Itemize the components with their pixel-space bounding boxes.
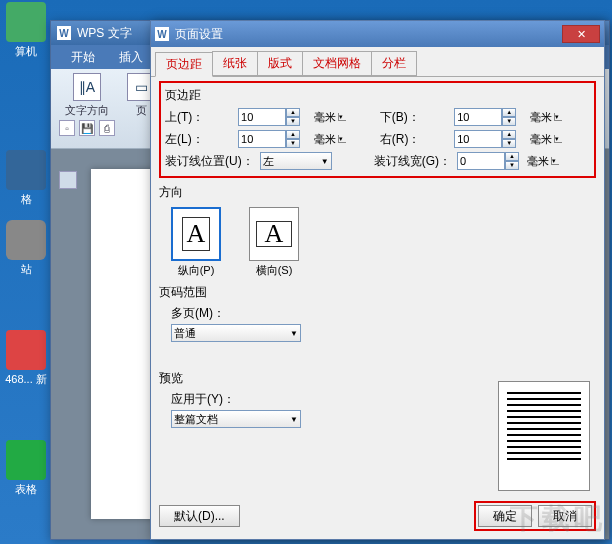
- desktop-icon[interactable]: 468... 新: [2, 330, 50, 387]
- ribbon-tab-insert[interactable]: 插入: [107, 46, 155, 69]
- chevron-down-icon: ▾: [338, 113, 346, 121]
- margins-highlight: 页边距 上(T)： ▲▼ 毫米▾ 下(B)： ▲▼ 毫米▾ 左(L)： ▲▼ 毫…: [159, 81, 596, 178]
- unit-combo[interactable]: 毫米▾: [314, 110, 374, 125]
- spin-down-icon[interactable]: ▼: [502, 117, 516, 126]
- margin-right-spinner[interactable]: ▲▼: [454, 130, 518, 148]
- side-panel: [59, 171, 79, 193]
- multipage-combo[interactable]: 普通▼: [171, 324, 301, 342]
- desktop-icon[interactable]: 算机: [2, 2, 50, 59]
- margin-left-spinner[interactable]: ▲▼: [238, 130, 302, 148]
- gutter-width-spinner[interactable]: ▲▼: [457, 152, 521, 170]
- desktop-icon-label: 算机: [15, 45, 37, 57]
- cancel-button[interactable]: 取消: [538, 505, 592, 527]
- orientation-row: A 纵向(P) A 横向(S): [171, 207, 596, 278]
- dialog-body: 页边距 上(T)： ▲▼ 毫米▾ 下(B)： ▲▼ 毫米▾ 左(L)： ▲▼ 毫…: [151, 77, 604, 436]
- unit-label: 毫米: [314, 132, 336, 147]
- wps-logo-icon: W: [57, 26, 71, 40]
- spin-up-icon[interactable]: ▲: [286, 108, 300, 117]
- dialog-icon: W: [155, 27, 169, 41]
- chevron-down-icon: ▼: [321, 157, 329, 166]
- orientation-group-label: 方向: [159, 184, 596, 201]
- chevron-down-icon: ▼: [290, 329, 298, 338]
- tab-layout[interactable]: 版式: [257, 51, 303, 76]
- combo-value: 普通: [174, 326, 196, 341]
- qat-new-icon[interactable]: ▫: [59, 120, 75, 136]
- sidepanel-item[interactable]: [59, 171, 77, 189]
- qat-print-icon[interactable]: ⎙: [99, 120, 115, 136]
- gutter-position-combo[interactable]: 左▼: [260, 152, 332, 170]
- dialog-titlebar[interactable]: W 页面设置 ✕: [151, 21, 604, 47]
- orientation-portrait[interactable]: A 纵向(P): [171, 207, 221, 278]
- unit-combo[interactable]: 毫米▾: [530, 132, 590, 147]
- dialog-title: 页面设置: [175, 26, 223, 43]
- apply-to-combo[interactable]: 整篇文档▼: [171, 410, 301, 428]
- unit-label: 毫米: [530, 110, 552, 125]
- orientation-landscape[interactable]: A 横向(S): [249, 207, 299, 278]
- margin-right-input[interactable]: [454, 130, 502, 148]
- qat-save-icon[interactable]: 💾: [79, 120, 95, 136]
- chevron-down-icon: ▼: [290, 415, 298, 424]
- margin-bottom-spinner[interactable]: ▲▼: [454, 108, 518, 126]
- unit-label: 毫米: [527, 154, 549, 169]
- margins-group-label: 页边距: [165, 87, 590, 104]
- unit-label: 毫米: [314, 110, 336, 125]
- margin-top-spinner[interactable]: ▲▼: [238, 108, 302, 126]
- tab-margin[interactable]: 页边距: [155, 52, 213, 77]
- spin-up-icon[interactable]: ▲: [286, 130, 300, 139]
- unit-label: 毫米: [530, 132, 552, 147]
- margin-bottom-input[interactable]: [454, 108, 502, 126]
- tool-group-text-direction[interactable]: ∥A 文字方向 ▫ 💾 ⎙: [59, 73, 115, 144]
- tool-label: 文字方向: [65, 103, 109, 118]
- unit-combo[interactable]: 毫米▾: [527, 154, 559, 169]
- chevron-down-icon: ▾: [554, 135, 562, 143]
- spin-down-icon[interactable]: ▼: [286, 139, 300, 148]
- margins-grid: 上(T)： ▲▼ 毫米▾ 下(B)： ▲▼ 毫米▾ 左(L)： ▲▼ 毫米▾ 右…: [165, 108, 590, 148]
- spin-up-icon[interactable]: ▲: [502, 130, 516, 139]
- wps-title: WPS 文字: [77, 25, 132, 42]
- preview-thumbnail: [498, 381, 590, 491]
- chevron-down-icon: ▾: [338, 135, 346, 143]
- multipage-label: 多页(M)：: [171, 305, 596, 322]
- landscape-icon: A: [249, 207, 299, 261]
- orientation-label: 横向(S): [256, 264, 293, 276]
- gutter-position-label: 装订线位置(U)：: [165, 153, 254, 170]
- desktop-icon[interactable]: 表格: [2, 440, 50, 497]
- tab-grid[interactable]: 文档网格: [302, 51, 372, 76]
- spin-down-icon[interactable]: ▼: [286, 117, 300, 126]
- margin-top-input[interactable]: [238, 108, 286, 126]
- desktop-icon-label: 格: [21, 193, 32, 205]
- margin-top-label: 上(T)：: [165, 109, 232, 126]
- orientation-label: 纵向(P): [178, 264, 215, 276]
- desktop-icon-label: 468... 新: [5, 373, 47, 385]
- margin-left-label: 左(L)：: [165, 131, 232, 148]
- chevron-down-icon: ▾: [554, 113, 562, 121]
- desktop-icon[interactable]: 站: [2, 220, 50, 277]
- margin-bottom-label: 下(B)：: [380, 109, 448, 126]
- unit-combo[interactable]: 毫米▾: [530, 110, 590, 125]
- spin-down-icon[interactable]: ▼: [505, 161, 519, 170]
- close-button[interactable]: ✕: [562, 25, 600, 43]
- desktop-icon-label: 表格: [15, 483, 37, 495]
- default-button[interactable]: 默认(D)...: [159, 505, 240, 527]
- tab-columns[interactable]: 分栏: [371, 51, 417, 76]
- unit-combo[interactable]: 毫米▾: [314, 132, 374, 147]
- spin-up-icon[interactable]: ▲: [502, 108, 516, 117]
- spin-up-icon[interactable]: ▲: [505, 152, 519, 161]
- gutter-width-label: 装订线宽(G)：: [374, 153, 451, 170]
- ribbon-tab-start[interactable]: 开始: [59, 46, 107, 69]
- combo-value: 整篇文档: [174, 412, 218, 427]
- pagerange-group-label: 页码范围: [159, 284, 596, 301]
- dialog-footer: 默认(D)... 确定 取消: [159, 501, 596, 531]
- combo-value: 左: [263, 154, 274, 169]
- desktop-icon[interactable]: 格: [2, 150, 50, 207]
- gutter-row: 装订线位置(U)： 左▼ 装订线宽(G)： ▲▼ 毫米▾: [165, 152, 590, 170]
- ok-cancel-highlight: 确定 取消: [474, 501, 596, 531]
- desktop-icon-label: 站: [21, 263, 32, 275]
- portrait-icon: A: [171, 207, 221, 261]
- margin-left-input[interactable]: [238, 130, 286, 148]
- spin-down-icon[interactable]: ▼: [502, 139, 516, 148]
- tab-paper[interactable]: 纸张: [212, 51, 258, 76]
- gutter-width-input[interactable]: [457, 152, 505, 170]
- ok-button[interactable]: 确定: [478, 505, 532, 527]
- page-setup-dialog: W 页面设置 ✕ 页边距 纸张 版式 文档网格 分栏 页边距 上(T)： ▲▼ …: [150, 20, 605, 540]
